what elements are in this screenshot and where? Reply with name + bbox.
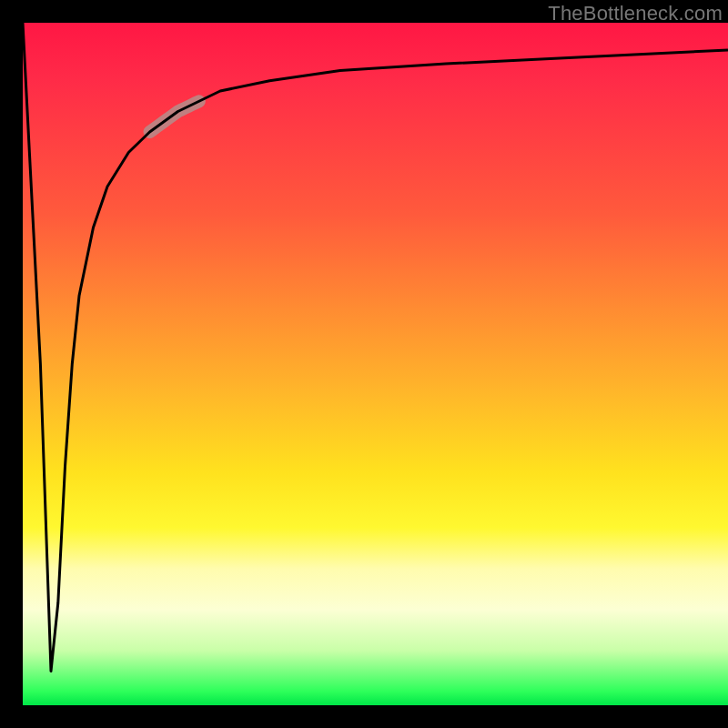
chart-svg (23, 23, 728, 705)
chart-frame: TheBottleneck.com (0, 0, 728, 728)
watermark-text: TheBottleneck.com (548, 2, 723, 25)
curve-line (23, 23, 728, 672)
